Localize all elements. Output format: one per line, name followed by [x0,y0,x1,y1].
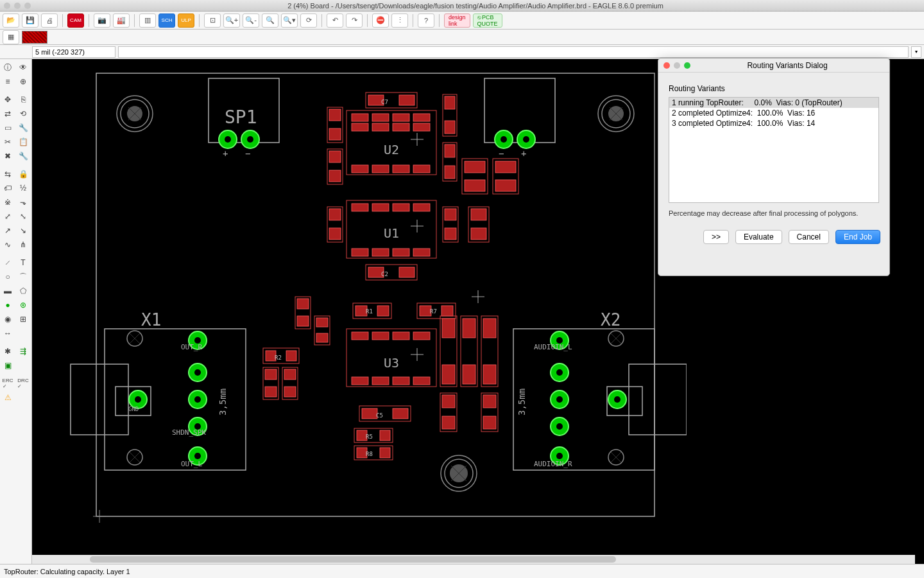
smash-tool[interactable]: ※ [0,195,15,209]
replace-tool[interactable]: ⇆ [0,167,15,181]
scrollbar-thumb[interactable] [90,556,616,563]
horizontal-scrollbar[interactable] [32,555,915,564]
minimize-icon[interactable] [14,3,21,9]
open-button[interactable]: 📂 [3,13,19,28]
ulp-button[interactable]: ULP [178,13,194,28]
svg-rect-143 [445,209,456,220]
pcb-quote-button[interactable]: ⎋ PCBQUOTE [473,13,502,28]
mark-tool[interactable]: ⊕ [15,74,31,89]
layer-swatch[interactable] [22,31,47,44]
svg-text:+: + [521,148,526,159]
wire-tool[interactable]: ⟋ [0,256,15,270]
cancel-button[interactable]: Cancel [789,230,829,244]
layers-tool[interactable]: ≡ [0,74,15,89]
copy-tool[interactable]: ⎘ [15,92,31,107]
go-button[interactable]: ⋮ [391,13,408,28]
svg-rect-147 [471,228,486,240]
rotate-tool[interactable]: ⟲ [15,107,31,121]
list-item[interactable]: 2 completed Optimize4: 100.0% Vias: 16 [669,108,878,118]
value-tool[interactable]: ½ [15,181,31,195]
via-tool[interactable]: ● [0,298,15,312]
text-tool[interactable]: T [15,256,31,270]
dimension-tool[interactable]: ↔ [0,326,15,340]
zoom-in-button[interactable]: 🔍+ [223,13,240,28]
name-tool[interactable]: 🏷 [0,181,15,195]
dialog-zoom-icon[interactable] [684,62,690,69]
zoom-out-button[interactable]: 🔍- [243,13,259,28]
expand-button[interactable]: >> [703,230,729,244]
list-item[interactable]: 1 running TopRouter: 0.0% Vias: 0 (TopRo… [669,98,878,108]
manufacturing-button[interactable]: 🏭 [113,13,130,28]
help-button[interactable]: ? [418,13,434,28]
u2-ic: U2 [346,110,436,175]
close-icon[interactable] [4,3,10,9]
svg-rect-124 [465,161,485,173]
routing-variants-label: Routing Variants [669,84,879,93]
move-tool[interactable]: ✥ [0,92,15,107]
info-tool[interactable]: ⓘ [0,60,15,74]
auto-tool[interactable]: ⇶ [15,344,31,358]
attribute-tool[interactable]: ⊞ [15,312,31,326]
ripup-tool[interactable]: ↘ [15,223,31,238]
paste-tool[interactable]: 📋 [15,135,31,149]
polygon-tool[interactable]: ⬠ [15,284,31,298]
drc-tool[interactable]: DRC✓ [15,376,31,390]
miter-tool[interactable]: ⬎ [15,195,31,209]
designlink-button[interactable]: designlink [444,13,470,28]
optimize-tool[interactable]: ⤡ [15,209,31,223]
zoom-redraw-button[interactable]: 🔍 [262,13,278,28]
route-tool[interactable]: ↗ [0,223,15,238]
dialog-close-icon[interactable] [663,62,670,69]
svg-rect-203 [393,408,408,419]
schematic-button[interactable]: SCH [158,13,175,28]
end-job-button[interactable]: End Job [835,230,880,244]
maximize-icon[interactable] [24,3,31,9]
show-tool[interactable]: 👁 [15,60,31,74]
design-block-tool[interactable]: ▣ [0,358,15,372]
list-item[interactable]: 3 completed Optimize4: 100.0% Vias: 14 [669,118,878,128]
undo-button[interactable]: ↶ [327,13,343,28]
rect-tool[interactable]: ▬ [0,284,15,298]
screenshot-button[interactable]: 📷 [94,13,110,28]
command-dropdown[interactable]: ▾ [911,46,921,58]
erc-tool[interactable]: ERC✓ [0,376,15,390]
routing-variants-list[interactable]: 1 running TopRouter: 0.0% Vias: 0 (TopRo… [669,97,879,203]
print-button[interactable]: 🖨 [41,13,58,28]
svg-rect-71 [629,364,687,435]
svg-rect-127 [495,161,516,173]
grid-button[interactable]: ▦ [3,30,19,44]
zoom-select-button[interactable]: 🔍▾ [281,13,298,28]
svg-rect-137 [393,249,409,256]
cut-tool[interactable]: ✂ [0,135,15,149]
svg-rect-112 [329,109,341,121]
circle-tool[interactable]: ○ [0,270,15,284]
change-tool[interactable]: 🔧 [15,121,31,135]
errors-tool[interactable]: ⚠ [0,390,15,405]
lock-tool[interactable]: 🔒 [15,167,31,181]
mirror-tool[interactable]: ⇄ [0,107,15,121]
status-text: TopRouter: Calculating capacity. Layer 1 [4,568,130,575]
signal-tool[interactable]: ⊛ [15,298,31,312]
delete-tool[interactable]: ✖ [0,149,15,163]
stop-button[interactable]: ⛔ [372,13,389,28]
meander-tool[interactable]: ∿ [0,238,15,252]
hole-tool[interactable]: ◉ [0,312,15,326]
fanout-tool[interactable]: ⋔ [15,238,31,252]
dialog-titlebar[interactable]: Routing Variants Dialog [658,58,889,73]
refresh-button[interactable]: ⟳ [300,13,317,28]
library-button[interactable]: ▥ [139,13,156,28]
save-button[interactable]: 💾 [22,13,38,28]
svg-rect-122 [445,166,455,179]
evaluate-button[interactable]: Evaluate [735,230,782,244]
ratsnest-tool[interactable]: ✱ [0,344,15,358]
split-tool[interactable]: ⤢ [0,209,15,223]
add-tool[interactable]: 🔧 [15,149,31,163]
zoom-fit-button[interactable]: ⊡ [204,13,221,28]
command-input[interactable] [118,46,909,58]
cam-button[interactable]: CAM [67,13,84,28]
group-tool[interactable]: ▭ [0,121,15,135]
coordinates-display: 5 mil (-220 327) [32,46,116,58]
svg-rect-159 [372,377,389,385]
arc-tool[interactable]: ⌒ [15,270,31,284]
redo-button[interactable]: ↷ [346,13,363,28]
